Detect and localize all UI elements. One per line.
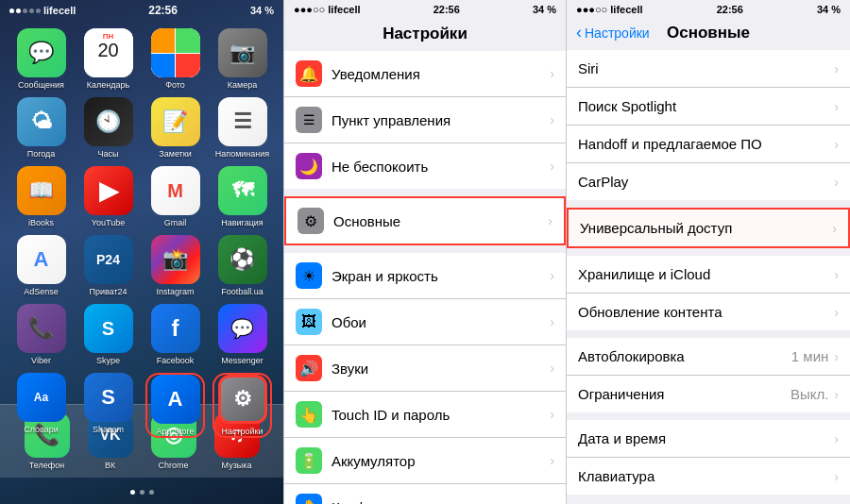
carplay-label: CarPlay [578, 174, 834, 190]
app-adsense[interactable]: A AdSense [11, 235, 71, 296]
settings-row-wallpaper[interactable]: 🖼 Обои › [284, 299, 566, 345]
app-appstore[interactable]: A App Store [145, 373, 205, 438]
app-messenger[interactable]: 💬 Messenger [212, 304, 272, 365]
settings-title: Настройки [284, 19, 566, 51]
sounds-icon: 🔊 [296, 355, 322, 381]
app-messenger-label: Messenger [221, 356, 264, 365]
siri-chevron: › [834, 61, 839, 76]
app-slovari[interactable]: Аа Словари [11, 373, 71, 438]
app-weather-label: Погода [27, 149, 56, 159]
dnd-chevron: › [550, 159, 554, 174]
settings-row-touchid[interactable]: 👆 Touch ID и пароль › [284, 392, 566, 438]
back-button[interactable]: ‹ Настройки [576, 23, 650, 42]
app-ibooks-label: iBooks [28, 218, 54, 227]
settings-row-general[interactable]: ⚙ Основные › [284, 196, 566, 245]
app-photos[interactable]: Фото [145, 28, 205, 90]
settings-row-control[interactable]: ☰ Пункт управления › [284, 97, 566, 143]
dnd-label: Не беспокоить [332, 159, 540, 175]
general-row-siri[interactable]: Siri › [567, 50, 850, 88]
settings-row-battery[interactable]: 🔋 Аккумулятор › [284, 438, 566, 484]
app-instagram[interactable]: 📸 Instagram [145, 235, 205, 296]
dock-phone-label: Телефон [29, 461, 64, 470]
privacy-chevron: › [550, 499, 554, 504]
settings-row-display[interactable]: ☀ Экран и яркость › [284, 253, 566, 299]
app-privat24[interactable]: P24 Приват24 [78, 235, 138, 296]
autolock-chevron: › [834, 349, 839, 364]
restrictions-value: Выкл. [790, 386, 828, 402]
general-row-restrictions[interactable]: Ограничения Выкл. › [567, 376, 850, 412]
notifications-label: Уведомления [332, 66, 540, 82]
app-skype[interactable]: S Skype [78, 304, 138, 365]
settings-time: 22:56 [434, 4, 460, 15]
handoff-chevron: › [834, 137, 839, 152]
general-label: Основные [333, 213, 538, 229]
page-dots [0, 490, 283, 495]
sounds-chevron: › [550, 361, 554, 376]
app-youtube[interactable]: ▶ YouTube [78, 166, 138, 227]
app-calendar[interactable]: ПН 20 Календарь [78, 28, 138, 90]
general-row-carplay[interactable]: CarPlay › [567, 163, 850, 200]
settings-group-2: ⚙ Основные › [284, 196, 566, 245]
display-label: Экран и яркость [332, 268, 540, 284]
general-nav: ‹ Настройки Основные [567, 19, 850, 50]
control-chevron: › [550, 112, 554, 127]
app-viber[interactable]: 📞 Viber [11, 304, 71, 365]
dock-vk-label: ВК [105, 461, 115, 470]
settings-row-dnd[interactable]: 🌙 Не беспокоить › [284, 143, 566, 189]
battery-label: Аккумулятор [332, 453, 540, 469]
general-icon: ⚙ [298, 208, 324, 234]
general-row-storage[interactable]: Хранилище и iCloud › [567, 256, 850, 294]
general-row-accessibility[interactable]: Универсальный доступ › [567, 208, 850, 248]
general-title: Основные [667, 24, 750, 42]
settings-row-notifications[interactable]: 🔔 Уведомления › [284, 51, 566, 97]
app-camera[interactable]: 📷 Камера [212, 28, 272, 90]
app-facebook[interactable]: f Facebook [145, 304, 205, 365]
general-row-bgrefresh[interactable]: Обновление контента › [567, 294, 850, 330]
general-group-5: Дата и время › Клавиатура › [567, 420, 850, 495]
general-row-autolock[interactable]: Автоблокировка 1 мин › [567, 338, 850, 376]
general-time: 22:56 [717, 4, 743, 15]
app-reminders[interactable]: ☰ Напоминания [212, 97, 272, 159]
carplay-chevron: › [834, 175, 839, 190]
app-shazam[interactable]: S Shazam [78, 373, 138, 438]
display-icon: ☀ [296, 262, 322, 289]
app-clock[interactable]: 🕙 Часы [78, 97, 138, 159]
carrier-name: lifecell [43, 5, 76, 16]
cal-day: 20 [97, 41, 118, 59]
settings-status-bar: ●●●○○ lifecell 22:56 34 % [284, 0, 566, 19]
storage-chevron: › [834, 267, 839, 282]
app-privat24-label: Приват24 [89, 287, 127, 296]
restrictions-chevron: › [834, 387, 839, 402]
general-row-keyboard[interactable]: Клавиатура › [567, 458, 850, 495]
app-maps[interactable]: 🗺 Навигация [212, 166, 272, 227]
app-gmail[interactable]: M Gmail [145, 166, 205, 227]
general-group-1: Siri › Поиск Spotlight › Handoff и предл… [567, 50, 850, 200]
control-label: Пункт управления [332, 112, 540, 128]
app-skype-label: Skype [96, 356, 120, 365]
notifications-chevron: › [550, 66, 554, 81]
general-chevron: › [548, 213, 552, 228]
app-gmail-label: Gmail [164, 218, 187, 227]
app-ibooks[interactable]: 📖 iBooks [11, 166, 71, 227]
app-notes-label: Заметки [159, 149, 191, 159]
app-weather[interactable]: 🌤 Погода [11, 97, 71, 159]
sounds-label: Звуки [332, 361, 540, 377]
general-row-spotlight[interactable]: Поиск Spotlight › [567, 88, 850, 126]
general-row-handoff[interactable]: Handoff и предлагаемое ПО › [567, 126, 850, 163]
general-group-2: Универсальный доступ › [567, 208, 850, 248]
general-row-datetime[interactable]: Дата и время › [567, 420, 850, 458]
app-messages-label: Сообщения [18, 80, 64, 90]
app-notes[interactable]: 📝 Заметки [145, 97, 205, 159]
general-battery: 34 % [817, 4, 841, 15]
app-calendar-label: Календарь [87, 80, 129, 90]
settings-row-sounds[interactable]: 🔊 Звуки › [284, 345, 566, 392]
app-maps-label: Навигация [221, 218, 263, 227]
dock-music-label: Музыка [222, 461, 252, 470]
app-slovari-label: Словари [24, 425, 59, 434]
app-settings-home[interactable]: ⚙ Настройки [212, 373, 272, 438]
touchid-icon: 👆 [296, 401, 322, 428]
settings-row-privacy[interactable]: 🤚 Конфиденциальность › [284, 484, 566, 504]
settings-carrier: ●●●○○ lifecell [294, 4, 361, 15]
app-messages[interactable]: 💬 Сообщения [11, 28, 71, 90]
app-football[interactable]: ⚽ Football.ua [212, 235, 272, 296]
